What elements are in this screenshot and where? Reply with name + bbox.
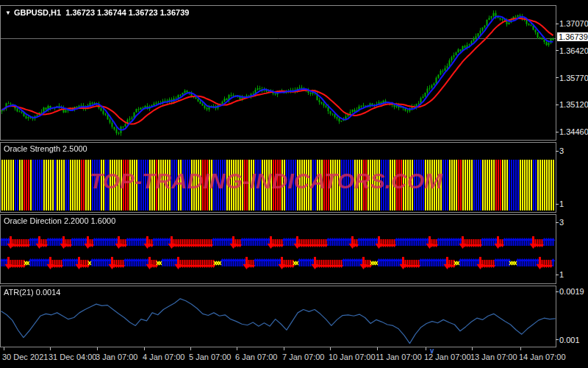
atr-tick-label: 0.0019 <box>559 287 584 296</box>
atr-panel: ATR(21) 0.0014 <box>0 286 556 347</box>
time-tick-mark <box>426 347 426 350</box>
chart-dropdown-icon[interactable]: ▼ <box>5 10 11 16</box>
time-tick-label: 10 Jan 07:00 <box>329 353 376 361</box>
strength-tick-mark <box>556 151 559 152</box>
oracle-direction-panel: Oracle Direction 2.2000 1.6000 <box>0 214 556 284</box>
time-tick-label: 11 Jan 07:00 <box>376 353 422 361</box>
time-tick-mark <box>4 347 4 350</box>
price-tick-mark <box>556 105 559 105</box>
main-chart-panel: ▼GBPUSD,H1 1.36723 1.36744 1.36723 1.367… <box>0 5 556 141</box>
time-tick-label: 6 Jan 07:00 <box>235 353 278 361</box>
chart-ohlc-values: 1.36723 1.36744 1.36723 1.36739 <box>65 8 189 17</box>
price-tick-label: 1.35770 <box>559 74 588 82</box>
time-tick-label: 13 Jan 07:00 <box>470 353 517 361</box>
price-tick-mark <box>556 132 559 132</box>
main-chart-canvas[interactable] <box>1 6 556 140</box>
time-tick-label: 3 Jan 07:00 <box>96 353 138 361</box>
strength-tick-label: 1 <box>559 199 564 208</box>
oracle-direction-label: Oracle Direction 2.2000 1.6000 <box>4 216 115 225</box>
time-axis: ∨ 30 Dec 202131 Dec 04:003 Jan 07:004 Ja… <box>0 347 588 368</box>
direction-tick-label: 1 <box>559 270 564 279</box>
time-tick-mark <box>330 347 331 350</box>
time-tick-label: 12 Jan 07:00 <box>424 353 471 361</box>
mt4-chart-window: ▼GBPUSD,H1 1.36723 1.36744 1.36723 1.367… <box>0 0 588 368</box>
time-tick-label: 4 Jan 07:00 <box>143 353 185 361</box>
price-tick-mark <box>556 77 559 78</box>
price-tick-mark <box>556 24 559 24</box>
time-tick-label: 30 Dec 2021 <box>2 353 48 361</box>
time-tick-label: 7 Jan 07:00 <box>282 353 325 361</box>
price-tick-mark <box>556 50 559 51</box>
strength-tick-mark <box>556 204 559 205</box>
direction-tick-label: 3 <box>559 218 564 227</box>
oracle-strength-label: Oracle Strength 2.5000 <box>4 144 87 153</box>
price-tick-label: 1.37070 <box>559 19 588 28</box>
price-tick-label: 1.36420 <box>559 46 588 55</box>
price-tick-label: 1.34460 <box>559 127 588 136</box>
chart-symbol-period: GBPUSD,H1 <box>14 8 61 17</box>
time-tick-mark <box>144 347 145 350</box>
price-tick-label: 1.35120 <box>559 100 588 109</box>
oracle-strength-canvas[interactable] <box>1 143 556 212</box>
time-tick-mark <box>284 347 284 350</box>
time-tick-mark <box>472 347 473 350</box>
atr-tick-mark <box>556 339 559 340</box>
time-tick-label: 5 Jan 07:00 <box>189 353 232 361</box>
time-tick-mark <box>237 347 237 350</box>
atr-tick-mark <box>556 291 559 292</box>
atr-canvas[interactable] <box>1 286 556 347</box>
atr-label: ATR(21) 0.0014 <box>4 288 60 297</box>
atr-tick-label: 0.001 <box>559 336 580 344</box>
direction-tick-mark <box>556 275 559 275</box>
time-tick-label: 31 Dec 04:00 <box>49 353 96 361</box>
time-tick-mark <box>520 347 521 350</box>
oracle-strength-panel: Oracle Strength 2.5000 <box>0 142 556 213</box>
time-tick-label: 14 Jan 07:00 <box>519 353 566 361</box>
direction-tick-mark <box>556 222 559 223</box>
current-price-badge: 1.36739 <box>557 32 588 41</box>
strength-tick-label: 3 <box>559 146 564 155</box>
time-tick-mark <box>377 347 378 350</box>
chart-title: ▼GBPUSD,H1 1.36723 1.36744 1.36723 1.367… <box>5 8 189 17</box>
time-tick-mark <box>50 347 51 350</box>
time-tick-mark <box>190 347 191 350</box>
time-tick-mark <box>97 347 98 350</box>
